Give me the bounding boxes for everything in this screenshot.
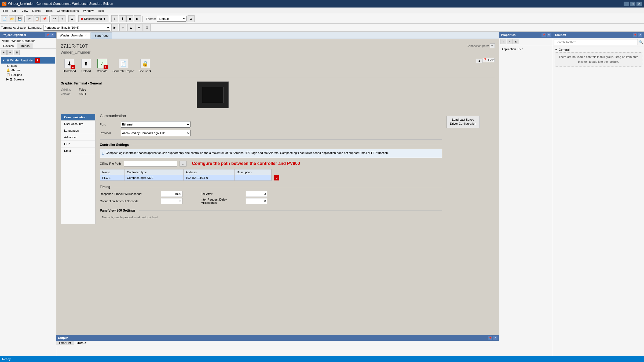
help-scroll-up[interactable]: ▲ — [476, 59, 483, 63]
tree-item-alarms[interactable]: 🔔 Alarms — [5, 68, 55, 72]
help-button[interactable]: ❓ Help — [483, 58, 495, 62]
lang-btn-3[interactable]: ▲ — [127, 24, 134, 31]
nav-languages[interactable]: Languages — [61, 127, 95, 134]
menu-window[interactable]: Window — [81, 9, 96, 13]
tree-item-recipes[interactable]: 📋 Recipes — [5, 72, 55, 77]
upload-action-btn[interactable]: ⬆ Upload — [78, 58, 94, 74]
cut-button[interactable]: ✂ — [26, 15, 33, 22]
separator-1 — [24, 16, 25, 22]
open-button[interactable]: 📂 — [9, 15, 16, 22]
separator-2 — [49, 16, 50, 22]
settings-button[interactable]: ⚙ — [68, 15, 75, 22]
new-button[interactable]: 📄 — [1, 15, 8, 22]
nav-ftp[interactable]: FTP — [61, 141, 95, 147]
port-select[interactable]: Ethernet — [121, 121, 191, 128]
configure-path-text: Configure the path between the controlle… — [192, 161, 300, 166]
theme-select[interactable]: Default — [157, 16, 186, 22]
menu-view[interactable]: View — [20, 9, 30, 13]
save-button[interactable]: 💾 — [16, 15, 23, 22]
output-close-button[interactable]: ✕ — [493, 336, 497, 340]
props-app-label: Application — [502, 47, 516, 51]
browse-button[interactable]: ... — [180, 161, 186, 167]
output-pin-button[interactable]: 📌 — [488, 336, 492, 340]
menu-device[interactable]: Device — [30, 9, 43, 13]
load-driver-button[interactable]: Load Last Saved Driver Configuration — [447, 116, 480, 128]
project-add-button[interactable]: + — [1, 50, 7, 55]
nav-user-accounts[interactable]: User Accounts — [61, 121, 95, 127]
upload-icon: ⬆ — [81, 59, 91, 68]
nav-communication[interactable]: Communication — [61, 114, 95, 121]
connection-timeout-input[interactable] — [161, 198, 182, 204]
secure-action-btn[interactable]: 🔒 Secure ▼ — [137, 58, 154, 74]
project-pin-button[interactable]: 📌 — [45, 33, 50, 37]
secure-label: Secure ▼ — [139, 69, 152, 73]
tab-start-page[interactable]: Start Page — [91, 32, 112, 39]
project-expand-button[interactable]: ⊞ — [14, 50, 20, 55]
tab-trends[interactable]: Trends — [17, 43, 33, 49]
output-title: Output — [58, 336, 68, 339]
fail-after-input[interactable] — [246, 191, 267, 197]
nav-email[interactable]: Email — [61, 147, 95, 154]
toolbox-close-button[interactable]: ✕ — [638, 33, 642, 37]
nav-advanced[interactable]: Advanced — [61, 134, 95, 141]
validate-action-btn[interactable]: ✓ 3 Validate — [94, 58, 110, 74]
tab-devices[interactable]: Devices — [0, 43, 17, 49]
theme-settings-button[interactable]: ⚙ — [188, 15, 195, 22]
props-sort-button[interactable]: ↕ — [500, 39, 506, 44]
offline-file-path-input[interactable] — [124, 161, 177, 167]
generate-report-action-btn[interactable]: 📄 Generate Report — [110, 58, 137, 74]
table-row[interactable]: PLC-1 CompactLogix 5370 192.168.1.10,1,0… — [100, 175, 272, 181]
project-close-button[interactable]: ✕ — [50, 33, 54, 37]
search-icon: 🔍 — [639, 40, 643, 44]
menu-edit[interactable]: Edit — [10, 9, 20, 13]
language-select[interactable]: Portuguese (Brazil) (1046) — [43, 25, 110, 31]
stop-button[interactable]: ⏹ — [126, 15, 133, 22]
validate-icon: ✓ 3 — [97, 59, 107, 68]
menu-help[interactable]: Help — [96, 9, 106, 13]
tab-winder-unwinder[interactable]: Winder_Unwinder ✕ — [56, 32, 90, 39]
upload-toolbar-button[interactable]: ⬆ — [111, 15, 118, 22]
output-tab-error-list[interactable]: Error List — [56, 341, 74, 345]
device-info-left: Graphic Terminal - General Validity: Fal… — [61, 82, 190, 108]
tree-expand-icon-2: ▶ — [6, 77, 9, 81]
properties-close-button[interactable]: ✕ — [547, 33, 551, 37]
undo-button[interactable]: ↩ — [51, 15, 58, 22]
lang-btn-1[interactable]: ▶ — [111, 24, 118, 31]
redo-button[interactable]: ↪ — [58, 15, 65, 22]
props-categorize-button[interactable]: ≡ — [507, 39, 513, 44]
connection-path-edit-button[interactable]: ✏ — [490, 43, 495, 48]
toolbox-pin-button[interactable]: 📌 — [633, 33, 637, 37]
menu-communications[interactable]: Communications — [55, 9, 81, 13]
protocol-select[interactable]: Allen-Bradley CompactLogix CIP — [121, 130, 191, 136]
run-button[interactable]: ▶ — [134, 15, 141, 22]
copy-button[interactable]: 📋 — [34, 15, 41, 22]
lang-btn-4[interactable]: ▼ — [136, 24, 142, 31]
maximize-button[interactable]: □ — [630, 2, 635, 6]
download-toolbar-button[interactable]: ⬇ — [119, 15, 126, 22]
device-icon: 🖥 — [6, 59, 9, 62]
toolbox-general-section: ▼ General There are no usable controls i… — [553, 46, 644, 68]
inter-request-input[interactable] — [246, 198, 267, 204]
tab-winder-close[interactable]: ✕ — [85, 34, 87, 37]
download-action-btn[interactable]: ⬇ 4 Download — [61, 58, 78, 74]
properties-pin-button[interactable]: 📌 — [541, 33, 546, 37]
response-timeout-input[interactable] — [161, 191, 182, 197]
tree-item-screens[interactable]: ▶ 🖼 Screens — [5, 77, 55, 82]
connection-dropdown[interactable]: Disconnected ▼ — [78, 15, 108, 22]
output-tab-output[interactable]: Output — [74, 341, 89, 345]
props-settings-button[interactable]: ⚙ — [513, 39, 519, 44]
tree-item-label: Winder_Unwinder — [10, 59, 34, 62]
lang-btn-5[interactable]: ⚙ — [144, 24, 151, 31]
lang-btn-2[interactable]: ↩ — [119, 24, 126, 31]
tree-item-tags[interactable]: 🏷 Tags — [5, 64, 55, 68]
toolbox-search-input[interactable] — [554, 39, 638, 45]
menu-tools[interactable]: Tools — [43, 9, 55, 13]
menu-file[interactable]: File — [1, 9, 10, 13]
tree-item-winder-unwinder[interactable]: ▼ 🖥 Winder_Unwinder 1 — [1, 57, 55, 64]
minimize-button[interactable]: ─ — [624, 2, 629, 6]
separator-5 — [110, 16, 110, 22]
paste-button[interactable]: 📌 — [41, 15, 48, 22]
close-button[interactable]: ✕ — [636, 2, 642, 6]
project-remove-button[interactable]: − — [7, 50, 13, 55]
tree-screens-icon: 🖼 — [10, 78, 13, 81]
